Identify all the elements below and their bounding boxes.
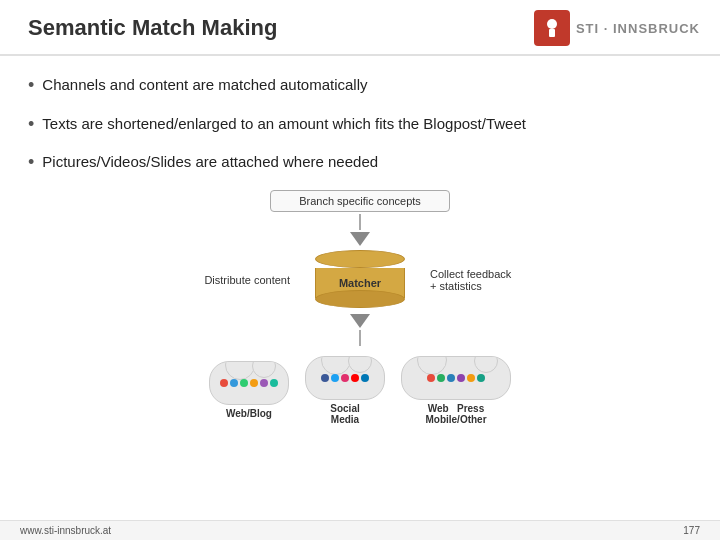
cloud-shape-web-blog	[209, 361, 289, 405]
dot-green	[240, 379, 248, 387]
logo-text: STI · INNSBRUCK	[576, 21, 700, 36]
footer-url: www.sti-innsbruck.at	[20, 525, 111, 536]
branch-box: Branch specific concepts	[270, 190, 450, 212]
bullet-marker-3: •	[28, 152, 34, 173]
bullet-text-2: Texts are shortened/enlarged to an amoun…	[42, 113, 526, 136]
matcher-top	[315, 250, 405, 268]
logo-area: STI · INNSBRUCK	[534, 10, 700, 46]
cloud-inner-web-press	[423, 370, 489, 386]
cloud-web-press: Web PressMobile/Other	[401, 356, 511, 425]
dot-purple	[260, 379, 268, 387]
cloud-inner-web-blog	[216, 375, 282, 391]
dot-li	[361, 374, 369, 382]
svg-point-0	[547, 19, 557, 29]
cloud-social: SocialMedia	[305, 356, 385, 425]
dot-wp-blue	[447, 374, 455, 382]
bullet-item-3: • Pictures/Videos/Slides are attached wh…	[28, 151, 692, 174]
cloud-shape-social	[305, 356, 385, 400]
bullet-item-2: • Texts are shortened/enlarged to an amo…	[28, 113, 692, 136]
dot-wp-red	[427, 374, 435, 382]
dot-tw	[331, 374, 339, 382]
header: Semantic Match Making STI · INNSBRUCK	[0, 0, 720, 56]
dot-wp-purple	[457, 374, 465, 382]
cloud-inner-social	[317, 370, 373, 386]
clouds-row: Web/Blog SocialMedia	[120, 356, 600, 425]
connector-line-top	[359, 214, 361, 230]
cloud-web-blog: Web/Blog	[209, 361, 289, 419]
dot-blue	[230, 379, 238, 387]
dot-wp-orange	[467, 374, 475, 382]
arrow-down-bottom	[350, 314, 370, 328]
dot-wp-teal	[477, 374, 485, 382]
dot-fb	[321, 374, 329, 382]
matcher-row: Distribute content Matcher Collect feedb…	[120, 250, 600, 310]
collect-label: Collect feedback + statistics	[430, 268, 520, 292]
cloud-label-web-blog: Web/Blog	[226, 408, 272, 419]
bullet-marker-2: •	[28, 114, 34, 135]
page-title: Semantic Match Making	[28, 15, 277, 41]
dot-wp-green	[437, 374, 445, 382]
arrow-down-top	[350, 232, 370, 246]
bullet-item-1: • Channels and content are matched autom…	[28, 74, 692, 97]
cloud-label-web-press: Web PressMobile/Other	[425, 403, 486, 425]
dot-yt	[351, 374, 359, 382]
dot-teal	[270, 379, 278, 387]
matcher-bottom	[315, 290, 405, 308]
matcher-label: Matcher	[339, 277, 381, 289]
dot-ig	[341, 374, 349, 382]
logo-icon	[534, 10, 570, 46]
connector-line-bottom	[359, 330, 361, 346]
bullet-text-3: Pictures/Videos/Slides are attached wher…	[42, 151, 378, 174]
bullet-marker-1: •	[28, 75, 34, 96]
cloud-label-social: SocialMedia	[330, 403, 359, 425]
diagram: Branch specific concepts Distribute cont…	[120, 190, 600, 425]
footer: www.sti-innsbruck.at 177	[0, 520, 720, 540]
matcher-shape: Matcher	[310, 250, 410, 310]
distribute-label: Distribute content	[200, 274, 290, 286]
footer-page-number: 177	[683, 525, 700, 536]
cloud-shape-web-press	[401, 356, 511, 400]
dot-orange	[250, 379, 258, 387]
svg-rect-1	[549, 29, 555, 37]
dot-red	[220, 379, 228, 387]
bullet-text-1: Channels and content are matched automat…	[42, 74, 367, 97]
main-content: • Channels and content are matched autom…	[0, 56, 720, 435]
